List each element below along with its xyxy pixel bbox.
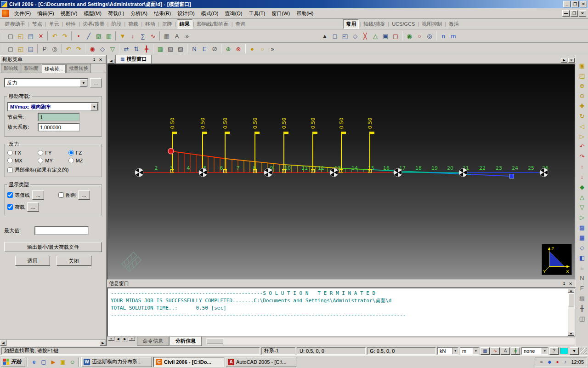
- graph-icon[interactable]: ∿: [491, 347, 500, 355]
- reaction-option-mx[interactable]: MX: [7, 158, 38, 163]
- select-window-icon[interactable]: ◰: [340, 31, 350, 41]
- display-load-check[interactable]: [7, 204, 13, 210]
- create-node-icon[interactable]: •: [74, 31, 84, 41]
- result-type-more-button[interactable]: ...: [90, 78, 102, 87]
- restore-button[interactable]: ❐: [571, 1, 579, 7]
- shading-icon[interactable]: ▨: [175, 44, 186, 54]
- folder-icon[interactable]: ▣: [58, 357, 68, 367]
- max-value-input[interactable]: [34, 226, 89, 235]
- undo-small-icon[interactable]: ↶: [63, 44, 74, 54]
- tree-panel-hscrollbar[interactable]: ◀ ▶: [0, 339, 106, 346]
- reaction-option-mz[interactable]: MZ: [68, 158, 99, 163]
- select-intersect-icon[interactable]: ╳: [360, 31, 370, 41]
- undo-icon[interactable]: ↶: [50, 31, 60, 41]
- calc-icon[interactable]: ╋: [511, 347, 520, 355]
- node-snap-icon[interactable]: n: [438, 31, 448, 41]
- mesh-icon[interactable]: ▦: [155, 44, 165, 54]
- info-tab-command-message[interactable]: 命令信息: [137, 337, 169, 346]
- start-button[interactable]: 开始: [1, 357, 25, 367]
- support-icon[interactable]: ▼: [118, 31, 128, 41]
- info-vscrollbar[interactable]: ▲ ▼: [568, 288, 575, 336]
- load-table-icon[interactable]: ▽: [107, 44, 118, 54]
- info-pin-icon[interactable]: ↧: [561, 281, 567, 287]
- mdi-close-button[interactable]: ✕: [579, 10, 586, 17]
- view-front-icon[interactable]: ▽: [577, 202, 587, 212]
- zoom-in-icon[interactable]: ⊕: [577, 81, 587, 91]
- select-polygon-icon[interactable]: ◇: [350, 31, 360, 41]
- measure-icon[interactable]: Ø: [209, 44, 220, 54]
- zoom-out-icon[interactable]: ⊖: [577, 91, 587, 101]
- menu-analysis[interactable]: 分析(A): [127, 9, 151, 18]
- text-report-icon[interactable]: A: [501, 347, 510, 355]
- rotate-up-icon[interactable]: ↑: [577, 162, 587, 172]
- close-panel-button[interactable]: 关闭: [57, 256, 91, 266]
- dynamic-report-icon[interactable]: ▦: [162, 31, 172, 41]
- info-vscroll-thumb[interactable]: [568, 293, 574, 306]
- delete-model-icon[interactable]: ✕: [36, 31, 46, 41]
- boundary-group-icon[interactable]: ⊗: [233, 44, 243, 54]
- export-minmax-button[interactable]: 输出最小/最大荷载文件: [4, 242, 102, 252]
- info-tab-analysis-message[interactable]: 分析信息: [170, 337, 202, 346]
- ribbon-tab-activate[interactable]: 激活: [447, 20, 461, 29]
- reaction-option-fz[interactable]: FZ: [68, 150, 99, 155]
- section-property-icon[interactable]: ▥: [104, 31, 114, 41]
- zoom-window-icon[interactable]: ◰: [577, 71, 587, 80]
- display-option-dropdown-icon[interactable]: ▾: [542, 348, 548, 354]
- select-window-tool-icon[interactable]: ◫: [577, 314, 587, 323]
- tree-tab-influence-surface[interactable]: 影响面: [22, 64, 42, 73]
- run-analysis-icon[interactable]: ∑: [138, 31, 148, 41]
- element-table-icon[interactable]: ◇: [97, 44, 107, 54]
- node-number-input[interactable]: [38, 113, 80, 121]
- result-table-icon[interactable]: ▦: [481, 347, 490, 355]
- status-extra-button[interactable]: ▾: [570, 347, 579, 355]
- reaction-radio-fy[interactable]: [38, 150, 43, 155]
- rotate-left-icon[interactable]: ↶: [577, 142, 587, 151]
- lock-model-icon[interactable]: ●: [247, 44, 257, 54]
- deactivate-icon[interactable]: ○: [414, 31, 424, 41]
- render-view-icon[interactable]: ◧: [577, 253, 587, 263]
- ribbon-tab-moving[interactable]: 移动: [143, 20, 158, 29]
- task-button-1[interactable]: CCivil 2006 - [C:\Do...: [153, 357, 224, 367]
- create-element-icon[interactable]: ╱: [84, 31, 94, 41]
- display-option-icon[interactable]: ≡: [577, 263, 587, 273]
- model-viewport[interactable]: 2345678910111213141516171819202122232425…: [107, 63, 576, 280]
- display-contour-more-button[interactable]: ...: [32, 190, 44, 200]
- local-axis-checkbox[interactable]: 局部坐标(如果有定义的): [7, 167, 99, 173]
- display-legend-more-button[interactable]: ...: [78, 190, 90, 200]
- internet-explorer-icon[interactable]: e: [29, 357, 39, 367]
- hidden-surface-icon[interactable]: ▩: [577, 223, 587, 232]
- node-table-icon[interactable]: ◉: [87, 44, 97, 54]
- color-swatch[interactable]: [560, 348, 568, 354]
- scale-factor-input[interactable]: [38, 123, 80, 132]
- ribbon-tab-settlement[interactable]: 沉降: [160, 20, 175, 29]
- media-player-icon[interactable]: ▶: [49, 357, 58, 367]
- display-option-combo[interactable]: none▾: [521, 347, 548, 355]
- query-node-icon[interactable]: N: [189, 44, 199, 54]
- node-number-icon[interactable]: N: [577, 273, 587, 283]
- toolbar-grip[interactable]: [2, 44, 3, 53]
- select-single-icon[interactable]: ◻: [330, 31, 340, 41]
- menu-window[interactable]: 窗口(W): [268, 9, 293, 18]
- tree-tab-batch-convert[interactable]: 批量转换: [66, 64, 91, 73]
- ribbon-tab-results[interactable]: 结果: [177, 19, 192, 29]
- ribbon-tab-influence[interactable]: 影响线/影响面: [195, 20, 231, 29]
- ribbon-tab-view-control[interactable]: 视图控制: [419, 20, 444, 29]
- length-unit-combo[interactable]: m▾: [460, 347, 479, 355]
- force-unit-combo[interactable]: kN▾: [437, 347, 458, 355]
- menu-edit[interactable]: 编辑(E): [34, 9, 57, 18]
- ribbon-tab-property[interactable]: 特性: [64, 20, 79, 29]
- redraw-icon[interactable]: ↻: [577, 111, 587, 121]
- hidden-line-icon[interactable]: ▧: [165, 44, 175, 54]
- ribbon-tab-node[interactable]: 节点: [30, 20, 45, 29]
- toolbar1-overflow-icon[interactable]: »: [182, 31, 192, 41]
- divide-icon[interactable]: ╋: [141, 44, 152, 54]
- view-iso-icon[interactable]: ◆: [577, 182, 587, 192]
- activate-all-icon[interactable]: ◎: [424, 31, 435, 41]
- move-copy-icon[interactable]: ⇄: [121, 44, 131, 54]
- mirror-icon[interactable]: ⇅: [131, 44, 141, 54]
- task-button-2[interactable]: AAutoCAD 2005 - [C:\...: [226, 357, 296, 367]
- open-file-icon[interactable]: ◱: [16, 44, 26, 54]
- element-number-icon[interactable]: E: [577, 283, 587, 293]
- moving-load-combo[interactable]: MVmax: 横向跑车 ▾: [7, 102, 99, 111]
- open-project-icon[interactable]: ◱: [16, 31, 26, 41]
